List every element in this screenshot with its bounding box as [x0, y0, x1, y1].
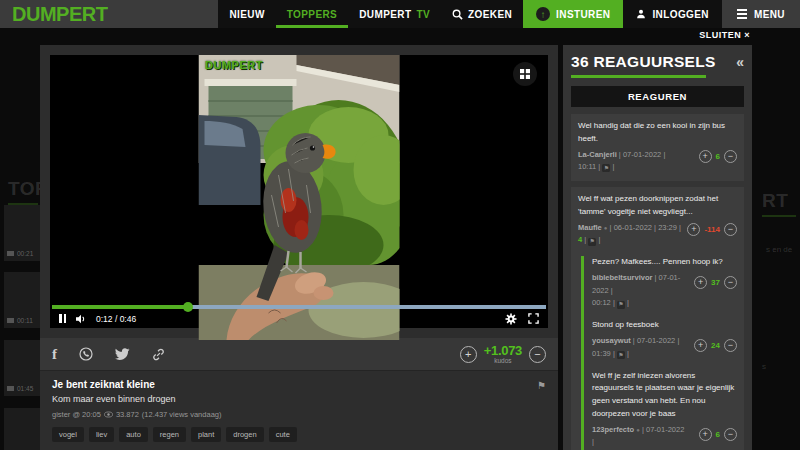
comment-reply: Stond op feesboek yousaywut | 07-01-2022… [592, 319, 737, 360]
menu-button[interactable]: MENU [722, 0, 800, 28]
comment-time: 00:12 [592, 298, 611, 307]
comment-date: 07-01-2022 [623, 150, 661, 159]
tag[interactable]: regen [153, 427, 186, 442]
twitter-share-button[interactable] [115, 348, 130, 361]
tag[interactable]: liev [89, 427, 114, 442]
kudos-minus-button[interactable]: − [529, 346, 546, 363]
kudos-cluster: + +1.073 kudos − [460, 344, 546, 365]
pause-button[interactable] [59, 314, 66, 323]
comment-author[interactable]: La-Canjerli [578, 150, 617, 159]
comment: Wel handig dat die zo een kooi in zijn b… [571, 114, 744, 181]
tag[interactable]: vogel [52, 427, 84, 442]
comment-reply: Wel ff je zelf inlezen alvorens reaguurs… [592, 370, 737, 450]
nav-item-zoeken[interactable]: ZOEKEN [441, 0, 523, 28]
background-text: s en de [766, 245, 792, 254]
flag-icon[interactable]: ⚑ [617, 301, 625, 309]
comment-author[interactable]: yousaywut [592, 336, 631, 345]
replies-thread: Pezen? Mafkees.... Pennen hoop ik? bible… [581, 256, 737, 450]
nav-item-toppers[interactable]: TOPPERS [276, 0, 348, 28]
flag-icon[interactable]: ⚑ [602, 164, 610, 172]
collapse-comments-button[interactable]: « [736, 55, 744, 69]
comment-date: 07-01-2022 [646, 425, 684, 434]
comment-date: 07-01-2022 [637, 336, 675, 345]
vote-down-button[interactable]: − [724, 339, 737, 352]
zoeken-label: ZOEKEN [468, 9, 512, 20]
eye-icon [104, 411, 113, 418]
comment-author[interactable]: Maufle [578, 223, 602, 232]
comment-author[interactable]: 123perfecto [592, 425, 634, 434]
comment-text: Wel ff je zelf inlezen alvorens reaguurs… [592, 370, 737, 421]
flag-report-icon[interactable]: ⚑ [537, 380, 546, 391]
fullscreen-button[interactable] [528, 313, 539, 324]
video-subtitle: Kom maar even binnen drogen [52, 394, 546, 404]
video-column: DUMPERT 0:12 / 0:46 [40, 45, 558, 450]
volume-button[interactable] [75, 314, 87, 324]
tag[interactable]: cute [269, 427, 297, 442]
comment-meta: Maufle ● | 06-01-2022 | 23:29 | + -114 − [578, 222, 737, 235]
tag[interactable]: plant [191, 427, 221, 442]
tag[interactable]: drogen [226, 427, 263, 442]
comment-text: Stond op feesboek [592, 319, 737, 332]
grid-icon [520, 65, 530, 83]
comments-header: 36 REAGUURSELS [571, 53, 716, 71]
user-badge-icon: ● [604, 225, 608, 231]
header-underline [571, 75, 706, 78]
tag[interactable]: auto [119, 427, 148, 442]
inloggen-button[interactable]: INLOGGEN [623, 0, 722, 28]
reply-count: 4 [578, 235, 582, 244]
flag-icon[interactable]: ⚑ [617, 351, 625, 359]
flag-icon[interactable]: ⚑ [588, 238, 596, 246]
vote-up-button[interactable]: + [699, 150, 712, 163]
whatsapp-share-button[interactable] [79, 347, 93, 361]
user-icon [636, 9, 646, 19]
dumpert-watermark: DUMPERT [205, 59, 263, 71]
comment-text: Wel ff wat pezen doorknippen zodat het '… [578, 193, 737, 219]
grid-view-button[interactable] [513, 62, 537, 86]
menu-label: MENU [754, 9, 785, 20]
sluiten-button[interactable]: SLUITEN × [699, 30, 750, 40]
comment-author[interactable]: biblebeltsurvivor [592, 273, 652, 282]
user-badge-icon: ● [636, 427, 640, 433]
background-thumbnail: 00:21 [4, 205, 40, 261]
top-nav: DUMPERT NIEUW TOPPERS DUMPERTTV ZOEKEN ↑… [0, 0, 800, 28]
background-text: s [762, 362, 766, 371]
kudos-label: kudos [484, 358, 522, 365]
comment-text: Wel handig dat die zo een kooi in zijn b… [578, 120, 737, 146]
comment-date: 06-01-2022 [614, 223, 652, 232]
background-thumbnail: 00:11 [4, 272, 40, 328]
video-modal: DUMPERT 0:12 / 0:46 [40, 45, 752, 450]
facebook-share-button[interactable]: f [52, 346, 57, 363]
screen: DUMPERT NIEUW TOPPERS DUMPERTTV ZOEKEN ↑… [0, 0, 800, 450]
vote-down-button[interactable]: − [724, 150, 737, 163]
comment-score: 24 [711, 339, 720, 353]
comments-panel: 36 REAGUURSELS « REAGUREN Wel handig dat… [563, 45, 752, 450]
video-player[interactable]: DUMPERT 0:12 / 0:46 [50, 55, 548, 328]
nav-item-nieuw[interactable]: NIEUW [218, 0, 275, 28]
vote-up-button[interactable]: + [694, 276, 707, 289]
time-display: 0:12 / 0:46 [96, 314, 136, 324]
comment-time: 01:39 [592, 349, 611, 358]
vote-down-button[interactable]: − [724, 276, 737, 289]
background-thumbnail: 01:45 [4, 340, 40, 396]
vote-up-button[interactable]: + [694, 339, 707, 352]
settings-button[interactable] [505, 313, 517, 325]
insturen-button[interactable]: ↑ INSTUREN [523, 0, 623, 28]
background-right-heading: RT [762, 190, 796, 217]
comment-score: 6 [716, 428, 720, 442]
vote-down-button[interactable]: − [724, 428, 737, 441]
dumpert-logo[interactable]: DUMPERT [12, 3, 107, 26]
inloggen-label: INLOGGEN [652, 9, 709, 20]
kudos-plus-button[interactable]: + [460, 346, 477, 363]
upload-icon: ↑ [536, 7, 550, 21]
vote-up-button[interactable]: + [699, 428, 712, 441]
comment-meta: biblebeltsurvivor | 07-01-2022 | 00:12 |… [592, 272, 737, 310]
main-nav: NIEUW TOPPERS DUMPERTTV ZOEKEN [218, 0, 523, 28]
copy-link-button[interactable] [152, 348, 165, 361]
comment-meta: 123perfecto ● | 07-01-2022 | 07:55 | ⚑ |… [592, 424, 737, 450]
views-today: (12.437 views vandaag) [142, 410, 222, 419]
comment-score: 6 [716, 150, 720, 164]
reaguren-button[interactable]: REAGUREN [571, 86, 744, 107]
kudos-count: +1.073 [484, 344, 522, 357]
nav-item-dumperttv[interactable]: DUMPERTTV [348, 0, 441, 28]
views-count: 33.872 [116, 410, 139, 419]
